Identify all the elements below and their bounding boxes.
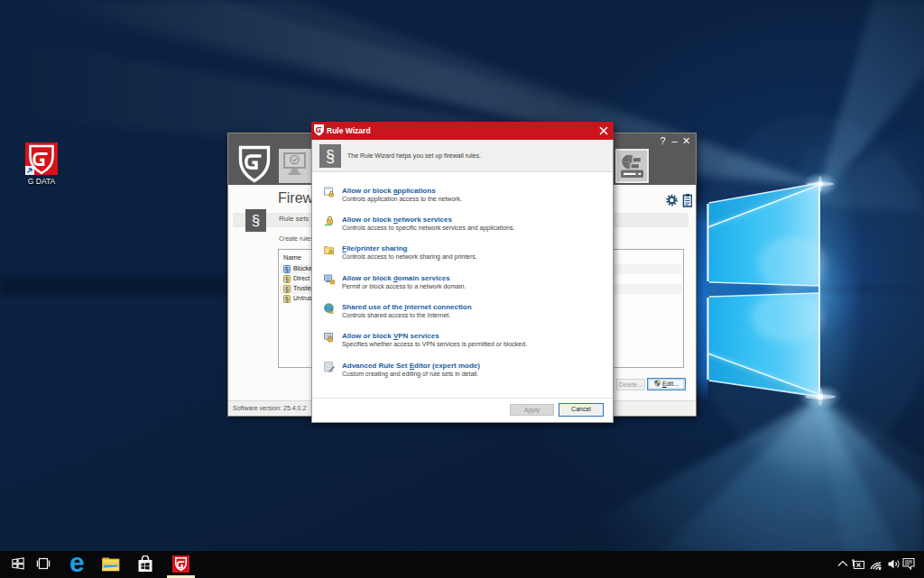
svg-text:§: § [285, 296, 289, 302]
svg-text:§: § [285, 276, 289, 282]
svg-text:§: § [285, 286, 289, 292]
svg-text:e: e [69, 553, 85, 573]
svg-text:§: § [285, 266, 289, 272]
